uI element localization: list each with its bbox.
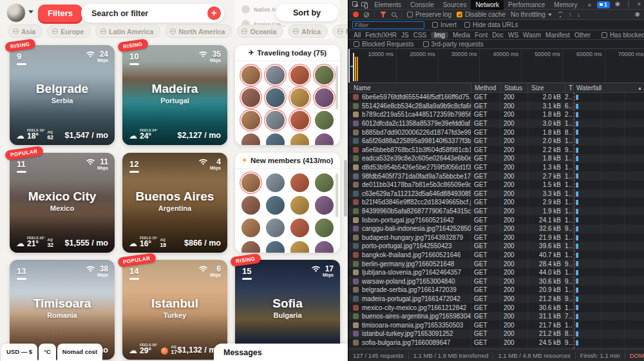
widget-scrollbar[interactable] (336, 66, 338, 110)
devtools-tab-memory[interactable]: Memory (549, 0, 582, 10)
member-avatar[interactable] (315, 88, 334, 107)
type-filter-media[interactable]: Media (453, 32, 470, 39)
widget-scrollbar[interactable] (336, 173, 338, 217)
third-party-checkbox[interactable]: 3rd-party requests (423, 41, 484, 48)
network-request-row[interactable]: 6a5f26d88a225895a998140f63377f3b.jpg?… G… (348, 137, 644, 146)
devtools-tab-network[interactable]: Network (471, 0, 504, 10)
user-avatar[interactable] (6, 3, 26, 23)
type-filter-wasm[interactable]: Wasm (523, 32, 541, 39)
add-filter-icon[interactable]: + (207, 6, 221, 20)
member-avatar[interactable] (242, 111, 260, 130)
temperature-unit-toggle[interactable]: °C (39, 344, 56, 361)
device-toolbar-icon[interactable] (361, 0, 369, 10)
overview-left-handle[interactable] (348, 49, 350, 83)
network-request-row[interactable]: madeira-portugal.jpg?1661472042 GET 200 … (348, 295, 644, 304)
chevron-down-icon[interactable] (28, 10, 33, 14)
hide-data-urls-checkbox[interactable]: Hide data URLs (464, 21, 518, 28)
member-avatar[interactable] (315, 133, 334, 145)
column-name[interactable]: Name (348, 83, 471, 92)
member-avatar[interactable] (266, 111, 285, 130)
filter-funnel-icon[interactable] (380, 12, 386, 17)
city-card-istanbul[interactable]: POPULAR 14 6 Mbps Istanbul Turkey (122, 260, 227, 360)
throttling-dropdown[interactable]: No throttling (511, 11, 552, 18)
network-request-row[interactable]: lisbon-portugal.jpg?1660521642 GET 200 2… (348, 215, 644, 224)
member-avatar[interactable] (266, 66, 285, 84)
member-avatar[interactable] (266, 133, 285, 145)
column-status[interactable]: Status (500, 83, 527, 92)
member-avatar[interactable] (266, 173, 285, 192)
type-filter-doc[interactable]: Doc (492, 32, 504, 39)
network-request-row[interactable]: b789cd219a551ca4485172359b798565.jpg… GE… (348, 110, 644, 119)
filters-button[interactable]: Filters (38, 5, 82, 22)
type-filter-ws[interactable]: WS (508, 32, 518, 39)
member-avatar[interactable] (290, 66, 309, 84)
close-icon[interactable]: × (637, 1, 641, 8)
messages-bar[interactable]: Messages (214, 344, 348, 361)
member-avatar[interactable] (290, 219, 309, 237)
network-request-row[interactable]: warsaw-poland.jpg?1653004840 GET 200 30.… (348, 277, 644, 286)
page-scrollbar-thumb[interactable] (344, 160, 347, 217)
devtools-tab-sources[interactable]: Sources (439, 0, 471, 10)
member-avatar[interactable] (290, 173, 309, 192)
network-timeline-overview[interactable]: 10000 ms20000 ms30000 ms40000 ms50000 ms… (348, 49, 644, 83)
devtools-tab-performance[interactable]: Performance (504, 0, 549, 10)
region-chip-north-america[interactable]: North America (165, 24, 232, 38)
currency-toggle[interactable]: USD — $ (1, 344, 37, 361)
network-request-row[interactable]: porto-portugal.jpg?1642550423 GET 200 39… (348, 242, 644, 251)
issues-badge[interactable]: 1 (597, 1, 610, 8)
type-filter-img[interactable]: Img (431, 32, 448, 39)
region-chip-africa[interactable]: Africa (288, 24, 328, 38)
member-avatar[interactable] (290, 133, 309, 145)
network-request-row[interactable]: eadca532e39c8e2c605e026443e6b0e7.jpg… GE… (348, 154, 644, 163)
network-settings-icon[interactable]: ✱ (635, 12, 640, 18)
region-chip-oceania[interactable]: Oceania (236, 24, 283, 38)
city-card-belgrade[interactable]: RISING 9 24 Mbps Belgrade Serbia (10, 45, 115, 145)
network-request-row[interactable]: krakow-poland.jpg?1656374477 GET 200 32.… (348, 347, 644, 349)
network-request-row[interactable]: berlin-germany.jpg?1660521648 GET 200 28… (348, 259, 644, 268)
network-request-row[interactable]: budapest-hungary.jpg?1643932879 GET 200 … (348, 233, 644, 242)
network-request-row[interactable]: 84399960b5afa82687779067a54315cc.jpg?… G… (348, 207, 644, 216)
network-filter-input[interactable] (352, 21, 424, 29)
member-avatar[interactable] (266, 219, 285, 237)
network-request-row[interactable]: b21f45d3846e9ff82cc2d18349665bcf.jpg?1… … (348, 198, 644, 207)
type-filter-all[interactable]: All (354, 32, 361, 39)
type-filter-js[interactable]: JS (401, 32, 409, 39)
network-request-row[interactable]: d8d53b954b5426e5be2759f5f056d1f3.jpg?… G… (348, 163, 644, 172)
network-request-row[interactable]: buenos-aires-argentina.jpg?1659830443 GE… (348, 312, 644, 321)
member-avatar[interactable] (242, 219, 260, 237)
column-method[interactable]: Method (471, 83, 500, 92)
network-request-row[interactable]: 6be6e5976fdfd6555446f5df166ff6d75.jpg?f…… (348, 93, 644, 102)
member-avatar[interactable] (315, 241, 334, 253)
network-request-row[interactable]: ljubljana-slovenia.jpg?1642464357 GET 20… (348, 268, 644, 277)
kebab-menu-icon[interactable]: ⋮ (625, 1, 632, 8)
clear-log-icon[interactable] (364, 12, 369, 17)
preserve-log-checkbox[interactable]: Preserve log (407, 11, 451, 18)
network-request-row[interactable]: canggu-bali-indonesia.jpg?1642528503 GET… (348, 224, 644, 233)
network-request-row[interactable]: b885bd7dd9020006226d18747fd3e99e.jpg… GE… (348, 128, 644, 137)
type-filter-font[interactable]: Font (475, 32, 488, 39)
region-chip-middle-east[interactable]: Middle East (332, 24, 348, 38)
member-avatar[interactable] (242, 196, 260, 215)
member-avatar[interactable] (242, 241, 260, 253)
city-card-buenosaires[interactable]: 12 4 Mbps Buenos Aires Argentina ☁ (122, 153, 227, 253)
network-request-row[interactable]: a6e6bbeb8768bc51b3f604d58f981cb1.jpg?… G… (348, 146, 644, 155)
column-time[interactable]: T.. (565, 83, 573, 92)
city-card-mexico[interactable]: POPULAR 11 11 Mbps Mexico City Mexico (10, 153, 115, 253)
member-avatar[interactable] (242, 66, 260, 84)
type-filter-fetchxhr[interactable]: Fetch/XHR (365, 32, 397, 39)
settings-gear-icon[interactable]: ✱ (615, 1, 620, 8)
inspect-element-icon[interactable] (351, 0, 359, 10)
member-avatar[interactable] (315, 219, 334, 237)
disable-cache-checkbox[interactable]: Disable cache (457, 11, 506, 18)
member-avatar[interactable] (290, 196, 309, 215)
devtools-tab-console[interactable]: Console (406, 0, 439, 10)
network-request-row[interactable]: timisoara-romania.jpg?1653350503 GET 200… (348, 320, 644, 329)
type-filter-manifest[interactable]: Manifest (545, 32, 570, 39)
network-request-row[interactable]: 5514246e8cb534c28a8a9a9b9c8cfa60.jpg?… G… (348, 102, 644, 111)
has-blocked-cookies-checkbox[interactable]: Has blocked cookies (601, 32, 644, 39)
network-conditions-icon[interactable] (557, 12, 564, 17)
import-har-icon[interactable]: ↑ (569, 12, 572, 18)
export-har-icon[interactable]: ↓ (577, 12, 580, 18)
devtools-tab-elements[interactable]: Elements (370, 0, 406, 10)
blocked-requests-checkbox[interactable]: Blocked Requests (354, 41, 414, 48)
